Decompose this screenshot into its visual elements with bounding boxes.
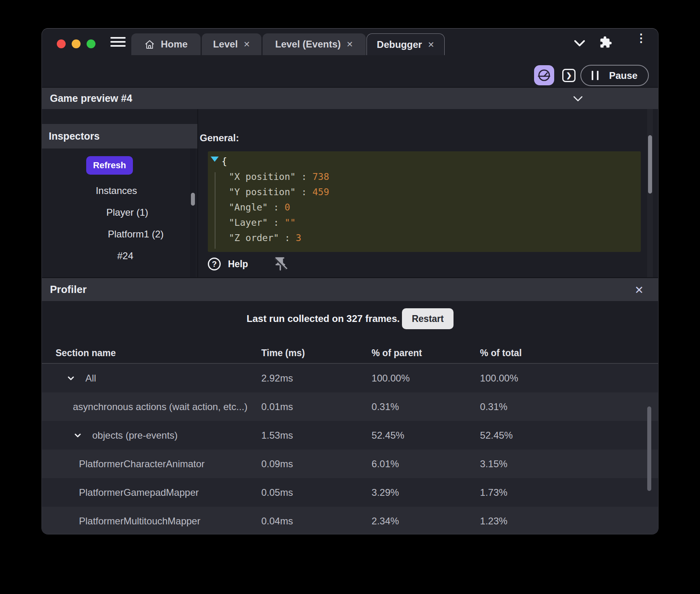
tab-level-events[interactable]: Level (Events) ✕ [263, 33, 366, 55]
inspector-tree-item[interactable]: Instances [42, 180, 191, 202]
percent-of-parent: 52.45% [372, 430, 480, 441]
column-header-section-name: Section name [42, 348, 261, 359]
refresh-button[interactable]: Refresh [86, 156, 133, 175]
window-minimize-button[interactable] [72, 39, 81, 48]
percent-of-parent: 2.34% [372, 516, 480, 527]
percent-of-total: 100.00% [480, 373, 658, 384]
profiler-toggle-button[interactable] [534, 65, 554, 85]
inspector-tree-item[interactable]: #24 [51, 245, 200, 267]
json-property-line: "Layer" : "" [208, 215, 641, 230]
json-inspector: { "X position" : 738"Y position" : 459"A… [208, 151, 641, 252]
extensions-icon[interactable] [599, 36, 612, 49]
restart-button[interactable]: Restart [402, 308, 453, 329]
tab-label: Home [161, 39, 188, 50]
column-header-percent-total: % of total [480, 348, 658, 359]
profiler-status-row: Last run collected on 327 frames. Restar… [42, 307, 658, 330]
debugger-window: Home Level ✕ Level (Events) ✕ Debugger ✕… [41, 28, 659, 534]
panel-divider [197, 109, 198, 277]
json-open-brace: { [208, 154, 641, 169]
tab-label: Level (Events) [275, 39, 341, 50]
general-scrollbar-thumb[interactable] [648, 135, 652, 194]
tab-label: Level [213, 39, 238, 50]
inspector-tree-item[interactable]: Platform1 (2) [61, 223, 210, 245]
profiler-header: Profiler ✕ [42, 277, 658, 301]
pin-off-icon[interactable] [272, 256, 288, 272]
pause-icon [592, 71, 599, 80]
inspector-tree-item[interactable]: Player (1) [53, 202, 202, 223]
profiler-close-icon[interactable]: ✕ [634, 284, 644, 297]
section-name: asynchronous actions (wait action, etc..… [73, 401, 248, 412]
profiler-table-header: Section name Time (ms) % of parent % of … [42, 343, 658, 364]
help-icon[interactable]: ? [208, 258, 221, 270]
percent-of-total: 1.23% [480, 516, 658, 527]
pause-label: Pause [609, 70, 638, 81]
percent-of-total: 52.45% [480, 430, 658, 441]
row-chevron-icon[interactable] [73, 431, 83, 440]
inspectors-header: Inspectors [42, 124, 197, 148]
json-property-line: "Z order" : 3 [208, 230, 641, 245]
prompt-icon: ❯ [566, 71, 572, 80]
tab-close-icon[interactable]: ✕ [346, 40, 353, 48]
home-icon [144, 39, 155, 50]
section-name: objects (pre-events) [92, 430, 178, 441]
json-lines: { "X position" : 738"Y position" : 459"A… [208, 154, 641, 245]
tab-close-icon[interactable]: ✕ [428, 41, 435, 49]
column-header-time: Time (ms) [261, 348, 372, 359]
json-property-line: "Angle" : 0 [208, 200, 641, 215]
tab-label: Debugger [377, 39, 422, 50]
game-preview-header[interactable]: Game preview #4 [42, 87, 658, 109]
column-header-percent-parent: % of parent [372, 348, 480, 359]
pause-button[interactable]: Pause [580, 65, 649, 86]
help-row: ? Help [208, 255, 288, 273]
profiler-row: PlatformerMultitouchMapper0.04ms2.34%1.2… [42, 507, 658, 534]
profiler-rows: All2.92ms100.00%100.00%asynchronous acti… [42, 364, 658, 534]
profiler-scrollbar-thumb[interactable] [647, 406, 651, 491]
section-name: PlatformerMultitouchMapper [79, 516, 200, 527]
help-label[interactable]: Help [228, 259, 248, 270]
tab-debugger[interactable]: Debugger ✕ [367, 33, 445, 55]
tab-close-icon[interactable]: ✕ [243, 40, 250, 48]
row-chevron-icon[interactable] [66, 373, 76, 383]
game-preview-title: Game preview #4 [50, 93, 132, 104]
profiler-status-text: Last run collected on 327 frames. [246, 313, 400, 324]
profiler-table: Section name Time (ms) % of parent % of … [42, 343, 658, 534]
time-value: 0.04ms [261, 516, 372, 527]
percent-of-parent: 100.00% [372, 373, 480, 384]
chevron-down-icon[interactable] [573, 95, 583, 103]
json-property-line: "Y position" : 459 [208, 184, 641, 200]
percent-of-parent: 3.29% [372, 487, 480, 498]
profiler-row: All2.92ms100.00%100.00% [42, 364, 658, 392]
console-button[interactable]: ❯ [562, 69, 576, 82]
debugger-toolbar: ❯ Pause [42, 55, 658, 87]
profiler-title: Profiler [50, 283, 87, 296]
section-name: PlatformerCharacterAnimator [79, 458, 205, 470]
profiler-row: PlatformerCharacterAnimator0.09ms6.01%3.… [42, 450, 658, 478]
tab-level[interactable]: Level ✕ [202, 33, 261, 55]
profiler-row: asynchronous actions (wait action, etc..… [42, 392, 658, 421]
chevron-down-icon[interactable] [574, 38, 586, 49]
inspectors-scrollbar-track[interactable] [190, 148, 196, 277]
percent-of-total: 3.15% [480, 458, 658, 470]
json-property-line: "X position" : 738 [208, 169, 641, 184]
time-value: 0.05ms [261, 487, 372, 498]
section-name: All [85, 373, 96, 384]
tab-home[interactable]: Home [131, 33, 201, 55]
menu-icon[interactable] [110, 37, 126, 48]
window-close-button[interactable] [57, 39, 66, 48]
profiler-panel: Last run collected on 327 frames. Restar… [42, 301, 658, 534]
kebab-menu-icon[interactable]: ⋮ [636, 36, 640, 50]
general-section-title: General: [200, 132, 239, 144]
percent-of-total: 1.73% [480, 487, 658, 498]
window-zoom-button[interactable] [87, 39, 95, 48]
profiler-row: objects (pre-events)1.53ms52.45%52.45% [42, 421, 658, 450]
inspectors-scrollbar-thumb[interactable] [191, 193, 195, 206]
time-value: 1.53ms [261, 430, 372, 441]
percent-of-parent: 6.01% [372, 458, 480, 470]
time-value: 0.01ms [261, 401, 372, 412]
percent-of-parent: 0.31% [372, 401, 480, 412]
time-value: 2.92ms [261, 373, 372, 384]
inspector-tree: InstancesPlayer (1)Platform1 (2)#24 [42, 180, 191, 267]
inspectors-title: Inspectors [49, 130, 99, 142]
debugger-main: Inspectors Refresh InstancesPlayer (1)Pl… [42, 109, 658, 277]
section-name: PlatformerGamepadMapper [79, 487, 199, 498]
